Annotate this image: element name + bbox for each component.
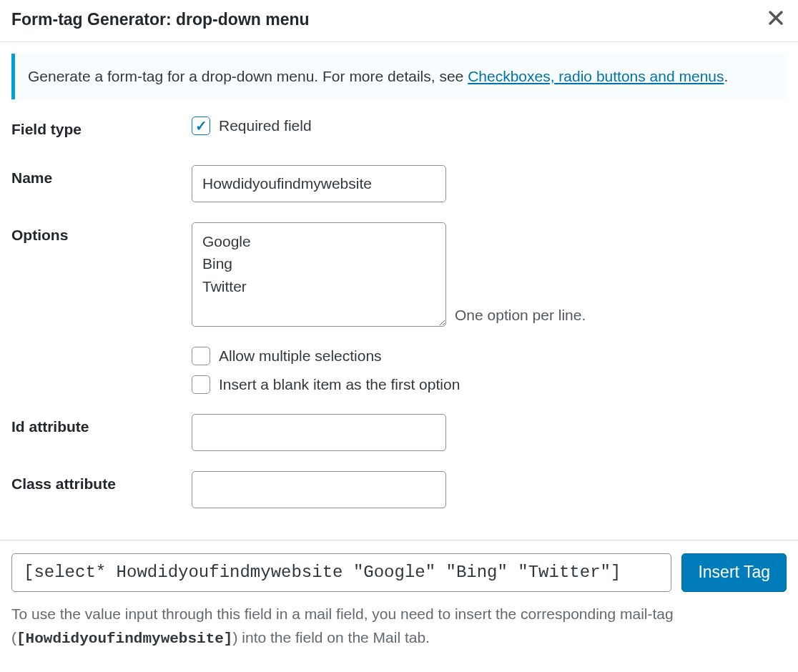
row-name: Name [11,165,787,202]
name-input[interactable] [192,165,446,202]
required-label: Required field [219,117,312,134]
label-name: Name [11,165,192,187]
options-textarea[interactable] [192,222,446,327]
mail-tag: [Howdidyoufindmywebsite] [16,631,232,647]
close-icon[interactable] [765,7,787,31]
label-field-type: Field type [11,117,192,138]
row-field-type: Field type Required field [11,117,787,145]
blank-item-label: Insert a blank item as the first option [219,376,460,393]
label-class-attr: Class attribute [11,471,192,493]
blank-item-checkbox[interactable] [192,375,210,394]
dialog-title: Form-tag Generator: drop-down menu [11,10,310,29]
info-box: Generate a form-tag for a drop-down menu… [11,54,787,99]
info-text-after: . [724,68,729,84]
generated-tag-input[interactable] [11,553,671,592]
label-options: Options [11,222,192,244]
multiple-checkbox[interactable] [192,347,210,365]
required-checkbox[interactable] [192,117,210,135]
footer-note: To use the value input through this fiel… [11,602,787,651]
info-text: Generate a form-tag for a drop-down menu… [28,68,468,84]
note-after: ) into the field on the Mail tab. [232,629,430,646]
form-table: Field type Required field Name Options O… [0,117,798,508]
dialog-footer: Insert Tag To use the value input throug… [0,540,798,651]
label-id-attr: Id attribute [11,414,192,435]
class-input[interactable] [192,471,446,508]
options-hint: One option per line. [455,307,586,327]
dialog-header: Form-tag Generator: drop-down menu [0,0,798,42]
row-id-attr: Id attribute [11,414,787,451]
row-class-attr: Class attribute [11,471,787,508]
info-link[interactable]: Checkboxes, radio buttons and menus [468,68,724,84]
insert-tag-button[interactable]: Insert Tag [681,553,787,592]
id-input[interactable] [192,414,446,451]
row-options: Options One option per line. Allow multi… [11,222,787,414]
multiple-label: Allow multiple selections [219,347,382,365]
